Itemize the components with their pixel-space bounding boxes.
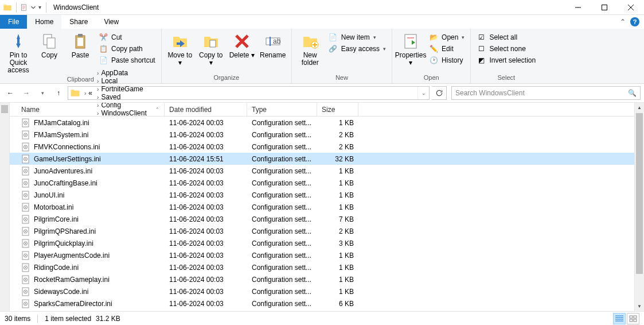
- file-row[interactable]: PilgrimQPShared.ini11-06-2024 00:03Confi…: [10, 225, 634, 237]
- breadcrumb-item[interactable]: ›FortniteGame: [95, 85, 149, 93]
- qat-dropdown-icon[interactable]: [29, 3, 37, 11]
- qat-properties-icon[interactable]: [20, 3, 28, 11]
- col-type[interactable]: Type: [247, 103, 317, 116]
- breadcrumb-item[interactable]: ›Saved: [95, 93, 149, 101]
- tab-home[interactable]: Home: [27, 15, 61, 29]
- view-large-button[interactable]: [627, 313, 639, 324]
- chevron-right-icon[interactable]: ›: [97, 86, 99, 92]
- new-item-button[interactable]: 📄New item: [326, 32, 388, 42]
- file-row[interactable]: FMJamSystem.ini11-06-2024 00:03Configura…: [10, 129, 634, 141]
- select-none-button[interactable]: ☐Select none: [474, 44, 538, 54]
- chevron-right-icon[interactable]: ›: [97, 70, 99, 76]
- new-folder-button[interactable]: New folder: [295, 31, 325, 68]
- col-name[interactable]: Name⌃: [17, 103, 165, 116]
- file-row[interactable]: GameUserSettings.ini11-06-2024 15:51Conf…: [10, 153, 634, 165]
- address-dropdown-icon[interactable]: ⌄: [417, 87, 429, 99]
- view-details-button[interactable]: [613, 313, 626, 324]
- scroll-thumb[interactable]: [636, 113, 643, 274]
- scroll-up-icon[interactable]: ▲: [635, 103, 644, 113]
- nav-back-button[interactable]: ←: [3, 86, 17, 100]
- file-row[interactable]: SidewaysCode.ini11-06-2024 00:03Configur…: [10, 285, 634, 297]
- minimize-button[interactable]: [565, 0, 591, 15]
- select-all-button[interactable]: ☑Select all: [474, 32, 538, 42]
- group-open: Properties ▾ 📂Open ✏️Edit 🕑History Open: [392, 29, 471, 83]
- file-row[interactable]: JunoAdventures.ini11-06-2024 00:03Config…: [10, 165, 634, 177]
- nav-pane-scrollbar[interactable]: [0, 103, 10, 311]
- col-size[interactable]: Size: [317, 103, 358, 116]
- easy-access-button[interactable]: 🔗Easy access: [326, 44, 388, 54]
- search-input[interactable]: [455, 89, 628, 97]
- rename-button[interactable]: ab Rename: [258, 31, 288, 60]
- file-name: FMJamCatalog.ini: [34, 119, 89, 127]
- address-bar[interactable]: ›« ›AppData›Local›FortniteGame›Saved›Con…: [68, 86, 430, 100]
- search-box[interactable]: 🔍: [451, 86, 641, 100]
- svg-rect-6: [77, 38, 83, 46]
- svg-point-53: [25, 279, 26, 280]
- file-row[interactable]: PilgrimCore.ini11-06-2024 00:03Configura…: [10, 213, 634, 225]
- delete-button[interactable]: Delete ▾: [227, 31, 257, 60]
- file-row[interactable]: RidingCode.ini11-06-2024 00:03Configurat…: [10, 261, 634, 273]
- file-row[interactable]: JunoCraftingBase.ini11-06-2024 00:03Conf…: [10, 177, 634, 189]
- svg-point-35: [25, 207, 26, 208]
- properties-button[interactable]: Properties ▾: [396, 31, 426, 68]
- qat-overflow[interactable]: ▾: [38, 4, 41, 10]
- chevron-right-icon[interactable]: ›: [97, 94, 99, 100]
- file-type: Configuration sett...: [247, 191, 317, 199]
- file-row[interactable]: JunoUI.ini11-06-2024 00:03Configuration …: [10, 189, 634, 201]
- edit-button[interactable]: ✏️Edit: [427, 44, 467, 54]
- copy-button[interactable]: Copy: [34, 31, 64, 60]
- maximize-button[interactable]: [591, 0, 618, 15]
- file-row[interactable]: FMJamCatalog.ini11-06-2024 00:03Configur…: [10, 117, 634, 129]
- file-row[interactable]: Motorboat.ini11-06-2024 00:03Configurati…: [10, 201, 634, 213]
- tab-share[interactable]: Share: [61, 15, 96, 29]
- file-row[interactable]: PilgrimQuickplay.ini11-06-2024 00:03Conf…: [10, 237, 634, 249]
- status-item-count: 30 items: [5, 315, 30, 323]
- ini-file-icon: [21, 179, 30, 188]
- close-button[interactable]: [618, 0, 644, 15]
- file-row[interactable]: RocketRamGameplay.ini11-06-2024 00:03Con…: [10, 273, 634, 285]
- chevron-right-icon[interactable]: ›: [84, 90, 86, 96]
- svg-rect-3: [47, 38, 55, 48]
- address-row: ← → ▾ ↑ ›« ›AppData›Local›FortniteGame›S…: [0, 84, 644, 102]
- svg-rect-62: [630, 319, 633, 322]
- col-date[interactable]: Date modified: [165, 103, 247, 116]
- paste-shortcut-button[interactable]: 📄Paste shortcut: [96, 55, 158, 65]
- file-date: 11-06-2024 00:03: [165, 288, 247, 296]
- cut-button[interactable]: ✂️Cut: [96, 32, 158, 42]
- paste-button[interactable]: Paste: [65, 31, 95, 60]
- scroll-down-icon[interactable]: ▼: [635, 301, 644, 311]
- nav-recent-button[interactable]: ▾: [36, 86, 49, 100]
- file-size: 3 KB: [317, 239, 358, 247]
- open-button[interactable]: 📂Open: [427, 32, 467, 42]
- file-name: RocketRamGameplay.ini: [34, 276, 110, 284]
- move-to-button[interactable]: Move to ▾: [165, 31, 195, 68]
- history-button[interactable]: 🕑History: [427, 55, 467, 65]
- ini-file-icon: [21, 154, 30, 164]
- copy-path-button[interactable]: 📋Copy path: [96, 44, 158, 54]
- help-button[interactable]: ?: [630, 17, 639, 26]
- invert-selection-button[interactable]: ◩Invert selection: [474, 55, 538, 65]
- tab-view[interactable]: View: [96, 15, 127, 29]
- crumb-ellipsis[interactable]: «: [88, 89, 92, 97]
- file-size: 1 KB: [317, 179, 358, 187]
- content-scrollbar[interactable]: ▲ ▼: [634, 103, 644, 311]
- tab-file[interactable]: File: [0, 15, 27, 29]
- refresh-button[interactable]: [432, 86, 447, 100]
- copy-to-button[interactable]: Copy to ▾: [196, 31, 226, 68]
- breadcrumb-item[interactable]: ›Local: [95, 77, 149, 85]
- breadcrumb-item[interactable]: ›AppData: [95, 69, 149, 77]
- window-title: WindowsClient: [53, 3, 99, 11]
- nav-forward-button[interactable]: →: [19, 86, 33, 100]
- file-row[interactable]: SparksCameraDirector.ini11-06-2024 00:03…: [10, 297, 634, 309]
- search-icon[interactable]: 🔍: [628, 89, 637, 97]
- nav-up-button[interactable]: ↑: [52, 86, 65, 100]
- pin-to-quick-access-button[interactable]: Pin to Quick access: [3, 31, 33, 76]
- file-row[interactable]: PlayerAugmentsCode.ini11-06-2024 00:03Co…: [10, 249, 634, 261]
- file-name: JunoUI.ini: [34, 191, 64, 199]
- ini-file-icon: [21, 251, 30, 260]
- ini-file-icon: [21, 203, 30, 212]
- file-date: 11-06-2024 00:03: [165, 119, 247, 127]
- ribbon-collapse-icon[interactable]: ⌃: [620, 18, 626, 26]
- chevron-right-icon[interactable]: ›: [97, 78, 99, 84]
- file-row[interactable]: FMVKConnections.ini11-06-2024 00:03Confi…: [10, 141, 634, 153]
